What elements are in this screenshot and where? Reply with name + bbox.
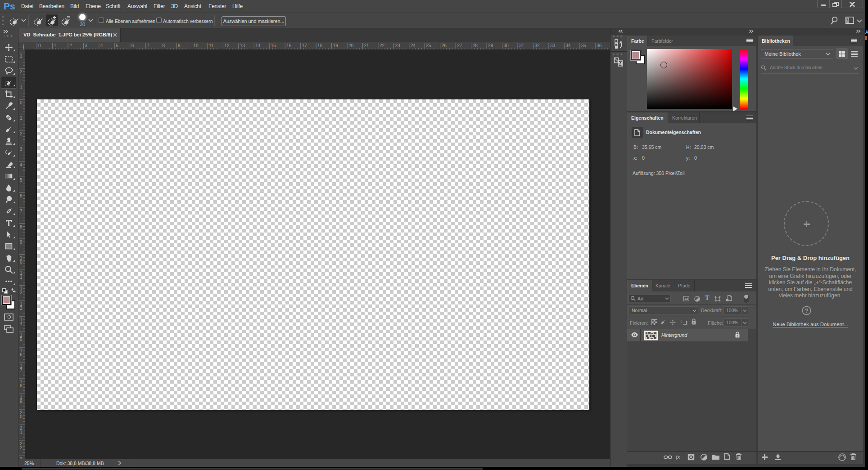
svg-text:1: 1 — [20, 85, 23, 90]
svg-text:36: 36 — [597, 43, 602, 48]
svg-text:13: 13 — [240, 43, 245, 48]
svg-text:32: 32 — [534, 43, 540, 48]
svg-text:1: 1 — [20, 430, 23, 435]
svg-text:4: 4 — [20, 321, 23, 326]
svg-text:11: 11 — [209, 43, 214, 48]
svg-text:3: 3 — [20, 306, 23, 311]
svg-text:5: 5 — [20, 178, 23, 183]
svg-text:25: 25 — [426, 43, 431, 48]
svg-text:18: 18 — [317, 43, 323, 48]
svg-text:2: 2 — [69, 43, 72, 48]
svg-text:14: 14 — [255, 43, 261, 48]
svg-text:3: 3 — [20, 54, 23, 59]
svg-text:30: 30 — [504, 43, 509, 48]
svg-text:8: 8 — [20, 224, 23, 229]
svg-text:3: 3 — [20, 147, 23, 152]
svg-text:29: 29 — [488, 43, 493, 48]
svg-text:1: 1 — [54, 43, 57, 48]
svg-text:5: 5 — [116, 43, 118, 48]
svg-text:6: 6 — [131, 43, 134, 48]
svg-text:28: 28 — [473, 43, 478, 48]
svg-text:1: 1 — [20, 275, 23, 280]
svg-text:0: 0 — [20, 260, 23, 264]
svg-text:24: 24 — [411, 43, 416, 48]
svg-text:12: 12 — [224, 43, 230, 48]
svg-text:34: 34 — [565, 43, 571, 48]
svg-text:4: 4 — [100, 43, 103, 48]
svg-text:0: 0 — [20, 100, 23, 105]
svg-text:4: 4 — [20, 162, 23, 167]
svg-text:33: 33 — [550, 43, 556, 48]
svg-text:6: 6 — [20, 193, 23, 198]
svg-text:22: 22 — [380, 43, 385, 48]
svg-text:2: 2 — [20, 69, 23, 74]
svg-text:0: 0 — [20, 414, 23, 419]
svg-text:0: 0 — [38, 43, 41, 48]
svg-text:7: 7 — [20, 209, 23, 214]
svg-text:9: 9 — [178, 43, 181, 48]
svg-text:31: 31 — [519, 43, 524, 48]
svg-text:26: 26 — [442, 43, 447, 48]
svg-text:?: ? — [805, 307, 809, 314]
svg-text:19: 19 — [333, 43, 339, 48]
svg-text:35: 35 — [581, 43, 587, 48]
svg-text:7: 7 — [20, 368, 23, 373]
svg-text:15: 15 — [271, 43, 276, 48]
svg-text:27: 27 — [457, 43, 462, 48]
svg-text:23: 23 — [395, 43, 400, 48]
svg-text:8: 8 — [20, 383, 23, 388]
svg-text:10: 10 — [194, 43, 199, 48]
svg-text:5: 5 — [20, 337, 23, 342]
svg-text:21: 21 — [364, 43, 370, 48]
svg-text:16: 16 — [286, 43, 292, 48]
svg-text:8: 8 — [163, 43, 165, 48]
svg-text:2: 2 — [20, 131, 23, 136]
svg-text:9: 9 — [20, 240, 23, 245]
svg-text:20: 20 — [348, 43, 354, 48]
svg-text:7: 7 — [147, 43, 149, 48]
svg-text:1: 1 — [20, 116, 23, 121]
svg-text:2: 2 — [20, 290, 23, 295]
svg-text:17: 17 — [302, 43, 307, 48]
svg-text:2: 2 — [20, 445, 23, 450]
svg-text:3: 3 — [85, 43, 87, 48]
svg-text:6: 6 — [20, 352, 23, 357]
svg-text:9: 9 — [20, 399, 23, 404]
